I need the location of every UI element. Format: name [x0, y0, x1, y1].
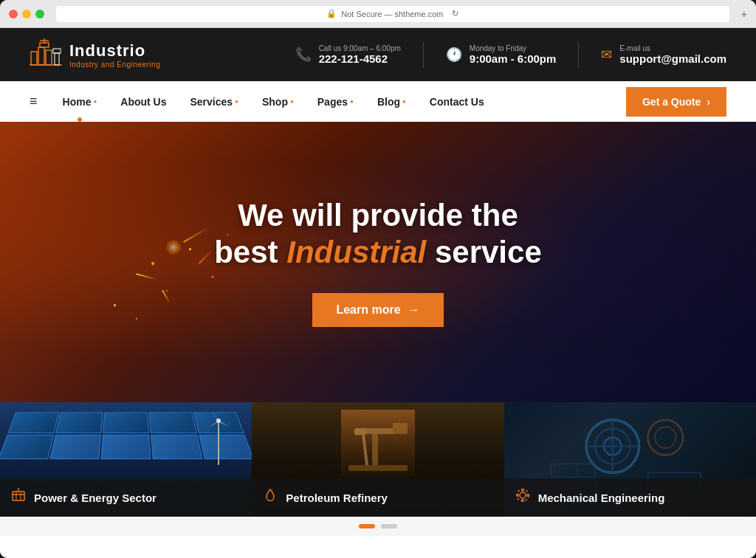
divider-1	[423, 42, 424, 68]
navbar: ≡ Home● About Us Services● Shop● Pages●	[0, 81, 756, 122]
svg-point-35	[520, 492, 526, 498]
service-card-mechanical[interactable]: Mechanical Engineering	[504, 402, 756, 517]
nav-item-shop[interactable]: Shop●	[252, 81, 304, 122]
power-name: Power & Energy Sector	[34, 492, 157, 504]
nav-item-services[interactable]: Services●	[179, 81, 248, 122]
blog-dropdown-dot: ●	[402, 98, 406, 105]
minimize-button[interactable]	[22, 10, 31, 18]
traffic-lights	[9, 10, 44, 18]
nav-item-home[interactable]: Home●	[52, 81, 108, 122]
email-value: support@gmail.com	[619, 52, 726, 65]
spark-2	[166, 290, 168, 292]
solar-cell	[151, 435, 202, 459]
svg-rect-7	[53, 49, 61, 53]
svg-point-27	[647, 420, 683, 455]
hero-title-italic: Industrial	[286, 235, 426, 269]
nav-item-blog[interactable]: Blog●	[367, 81, 416, 122]
nav-item-about[interactable]: About Us	[110, 81, 176, 122]
nav-shop-label: Shop	[262, 96, 288, 108]
services-strip: Power & Energy Sector	[0, 402, 756, 517]
solar-cell	[101, 435, 151, 459]
hero-title-line2-before: best	[214, 235, 286, 269]
power-icon	[10, 487, 27, 508]
brand-tagline: Industry and Engineering	[69, 61, 160, 69]
lock-icon: 🔒	[326, 9, 337, 18]
weld-line-4	[162, 289, 171, 303]
spark-6	[114, 304, 116, 306]
contact-phone: 📞 Call us 9:00am – 6:00pm 222-121-4562	[295, 44, 401, 65]
email-info: E-mail us support@gmail.com	[619, 44, 726, 65]
svg-rect-37	[521, 489, 524, 492]
hours-info: Monday to Friday 9:00am - 6:00pm	[470, 44, 557, 65]
quote-label: Get a Quote	[642, 96, 701, 108]
hero-title-line1: We will provide the	[238, 198, 518, 232]
url-text: Not Secure — shtheme.com	[341, 10, 443, 18]
maximize-button[interactable]	[35, 10, 44, 18]
home-dropdown-dot: ●	[93, 98, 97, 105]
svg-rect-38	[521, 499, 524, 502]
nav-menu: Home● About Us Services● Shop● Pages● Bl…	[52, 81, 626, 122]
learn-more-button[interactable]: Learn more →	[312, 293, 443, 327]
nav-pages-label: Pages	[317, 96, 348, 108]
weld-line-1	[183, 227, 210, 243]
mech-name: Mechanical Engineering	[538, 492, 665, 504]
email-label: E-mail us	[619, 44, 726, 52]
svg-rect-2	[46, 50, 52, 65]
browser-chrome: 🔒 Not Secure — shtheme.com ↻ +	[0, 0, 756, 28]
petroleum-icon	[262, 487, 278, 508]
spark-3	[212, 276, 213, 278]
spark-4	[151, 262, 154, 265]
browser-window: 🔒 Not Secure — shtheme.com ↻ +	[0, 0, 756, 558]
nav-contact-label: Contact Us	[430, 96, 484, 108]
solar-cell	[149, 412, 197, 433]
phone-icon: 📞	[295, 46, 312, 63]
contact-hours: 🕐 Monday to Friday 9:00am - 6:00pm	[446, 44, 557, 65]
nav-home-label: Home	[63, 96, 92, 108]
svg-rect-0	[31, 52, 37, 65]
url-bar[interactable]: 🔒 Not Secure — shtheme.com ↻	[56, 6, 729, 22]
service-card-power[interactable]: Power & Energy Sector	[0, 402, 252, 517]
svg-rect-4	[40, 43, 49, 47]
get-quote-button[interactable]: Get a Quote ›	[626, 87, 726, 117]
svg-rect-39	[516, 494, 519, 497]
svg-rect-1	[38, 47, 44, 65]
slider-dots	[0, 517, 756, 536]
website-content: Industrio Industry and Engineering 📞 Cal…	[0, 28, 756, 558]
nav-about-label: About Us	[120, 96, 166, 108]
clock-icon: 🕐	[446, 46, 462, 63]
hamburger-icon[interactable]: ≡	[30, 94, 38, 109]
svg-point-28	[655, 427, 676, 448]
close-button[interactable]	[9, 10, 18, 18]
service-card-petroleum[interactable]: Petroleum Refinery	[252, 402, 504, 517]
svg-point-10	[216, 418, 221, 423]
hero-title-line2-after: service	[426, 235, 541, 269]
brand-name: Industrio	[69, 41, 160, 61]
nav-item-contact[interactable]: Contact Us	[419, 81, 495, 122]
services-dropdown-dot: ●	[235, 98, 238, 105]
nav-item-pages[interactable]: Pages●	[307, 81, 364, 122]
solar-cell	[7, 412, 58, 433]
mech-card-label: Mechanical Engineering	[504, 478, 756, 517]
brand-logo-area[interactable]: Industrio Industry and Engineering	[30, 37, 160, 72]
refresh-icon[interactable]: ↻	[452, 9, 458, 18]
svg-rect-11	[13, 492, 24, 500]
divider-2	[578, 42, 579, 68]
phone-info: Call us 9:00am – 6:00pm 222-121-4562	[319, 44, 401, 65]
dot-2[interactable]	[381, 524, 397, 528]
top-header: Industrio Industry and Engineering 📞 Cal…	[0, 28, 756, 81]
solar-cell	[103, 412, 149, 433]
solar-cell	[49, 435, 101, 459]
hours-label: Monday to Friday	[470, 44, 557, 52]
spark-8	[136, 318, 137, 320]
quote-arrow: ›	[707, 96, 710, 108]
pages-dropdown-dot: ●	[350, 98, 354, 105]
weld-glow	[166, 240, 181, 255]
solar-cell	[55, 412, 103, 433]
dot-1[interactable]	[359, 524, 375, 528]
contact-email: ✉ E-mail us support@gmail.com	[601, 44, 726, 65]
header-contacts: 📞 Call us 9:00am – 6:00pm 222-121-4562 🕐…	[295, 42, 726, 68]
phone-label: Call us 9:00am – 6:00pm	[319, 44, 401, 52]
expand-icon[interactable]: +	[741, 8, 747, 20]
solar-cell	[0, 435, 53, 459]
nav-services-label: Services	[190, 96, 233, 108]
